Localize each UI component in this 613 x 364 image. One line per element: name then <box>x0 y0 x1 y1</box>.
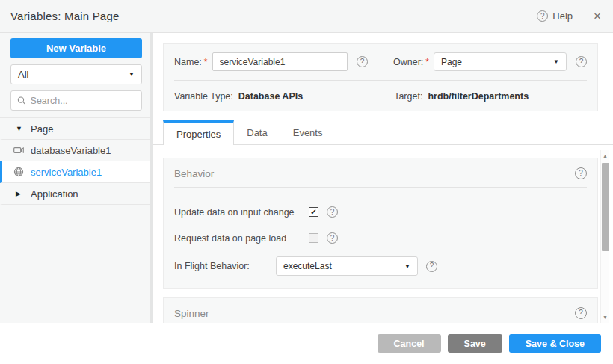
prop-row-in-flight: In Flight Behavior: executeLast ▼ ? <box>174 256 587 276</box>
tree-group-label: Application <box>31 188 78 200</box>
variable-search[interactable] <box>10 90 142 111</box>
help-label[interactable]: Help <box>552 10 573 22</box>
required-marker: * <box>425 57 429 67</box>
save-and-close-button[interactable]: Save & Close <box>509 334 601 353</box>
help-icon[interactable]: ? <box>575 167 587 179</box>
help-icon[interactable]: ? <box>576 56 587 67</box>
prop-label: In Flight Behavior: <box>174 261 276 271</box>
caret-down-icon[interactable]: ▼ <box>16 125 24 132</box>
prop-label: Request data on page load <box>174 233 309 244</box>
properties-scroll-area: Behavior ? Update data on input change ? <box>153 150 613 323</box>
chevron-down-icon: ▼ <box>129 71 135 78</box>
target-value: hrdb/filterDepartments <box>428 91 529 102</box>
variable-name-input[interactable] <box>212 52 348 71</box>
variable-type-value: Database APIs <box>238 91 303 102</box>
scrollbar[interactable]: ▲ ▼ <box>600 150 609 323</box>
in-flight-behavior-value: executeLast <box>283 261 332 271</box>
help-icon[interactable]: ? <box>327 206 338 218</box>
cancel-button[interactable]: Cancel <box>378 334 441 353</box>
dialog-title: Variables: Main Page <box>10 10 119 22</box>
service-variable-icon <box>13 167 24 177</box>
tree-group-label: Page <box>31 123 53 135</box>
variables-sidebar: New Variable All ▼ ▼ Page <box>0 33 153 323</box>
behavior-section: Behavior ? Update data on input change ? <box>163 158 598 289</box>
tree-group-page[interactable]: ▼ Page <box>0 118 150 140</box>
scroll-up-icon[interactable]: ▲ <box>603 150 608 161</box>
target-label: Target: <box>394 91 422 102</box>
tree-item-servicevariable1[interactable]: serviceVariable1 <box>0 161 150 183</box>
help-icon[interactable]: ? <box>357 56 368 67</box>
help-button[interactable]: ? Help <box>537 10 573 22</box>
save-button[interactable]: Save <box>448 334 502 353</box>
scrollbar-thumb[interactable] <box>602 163 609 251</box>
variable-type-label: Variable Type: <box>174 91 233 102</box>
variable-info-panel: Name: * ? Owner: * Page ▼ ? <box>163 43 598 111</box>
help-icon[interactable]: ? <box>537 10 548 22</box>
prop-row-request-data: Request data on page load ? <box>174 230 587 246</box>
chevron-down-icon: ▼ <box>553 58 559 65</box>
prop-label: Update data on input change <box>174 207 309 218</box>
owner-label: Owner: <box>393 57 423 67</box>
owner-select[interactable]: Page ▼ <box>434 52 567 71</box>
tab-properties[interactable]: Properties <box>163 120 234 145</box>
variable-meta-row: Variable Type: Database APIs Target: hrd… <box>174 91 587 102</box>
variable-filter-select[interactable]: All ▼ <box>10 64 142 84</box>
new-variable-button[interactable]: New Variable <box>10 38 142 58</box>
variable-editor: Name: * ? Owner: * Page ▼ ? <box>153 33 613 323</box>
close-icon[interactable]: × <box>594 10 601 22</box>
dialog-footer: Cancel Save Save & Close <box>0 323 613 364</box>
variables-dialog: Variables: Main Page ? Help × New Variab… <box>0 0 613 364</box>
panel-divider <box>174 80 587 81</box>
request-data-checkbox[interactable] <box>309 233 318 243</box>
title-bar: Variables: Main Page ? Help × <box>0 0 613 33</box>
scroll-down-icon[interactable]: ▼ <box>603 312 608 323</box>
tree-group-application[interactable]: ▶ Application <box>0 183 150 205</box>
variables-tree: ▼ Page databaseVariable1 <box>0 117 150 205</box>
tree-item-databasevariable1[interactable]: databaseVariable1 <box>0 140 150 161</box>
spinner-title: Spinner <box>174 308 209 319</box>
behavior-body: Update data on input change ? Request da… <box>164 188 597 288</box>
update-data-checkbox[interactable] <box>309 207 318 217</box>
tab-data[interactable]: Data <box>234 120 280 145</box>
owner-block: Owner: * Page ▼ ? <box>393 52 587 71</box>
owner-value: Page <box>441 57 462 67</box>
variable-filter-value: All <box>18 69 28 80</box>
spinner-section: Spinner ? <box>163 297 598 323</box>
in-flight-behavior-select[interactable]: executeLast ▼ <box>276 256 418 276</box>
behavior-header: Behavior ? <box>164 158 597 187</box>
sidebar-controls: New Variable All ▼ <box>0 33 150 111</box>
required-marker: * <box>204 57 208 67</box>
chevron-down-icon: ▼ <box>404 263 410 270</box>
name-owner-row: Name: * ? Owner: * Page ▼ ? <box>174 52 587 71</box>
tree-item-label: serviceVariable1 <box>31 167 102 178</box>
behavior-title: Behavior <box>174 168 214 179</box>
properties-content: Behavior ? Update data on input change ? <box>153 150 613 323</box>
tab-events[interactable]: Events <box>280 120 336 145</box>
caret-right-icon[interactable]: ▶ <box>16 190 24 197</box>
editor-tabs: Properties Data Events <box>163 120 613 145</box>
spinner-header: Spinner ? <box>164 298 597 323</box>
name-label: Name: <box>174 57 202 67</box>
dialog-body: New Variable All ▼ ▼ Page <box>0 33 613 323</box>
tree-item-label: databaseVariable1 <box>31 145 111 156</box>
search-icon <box>17 96 26 105</box>
help-icon[interactable]: ? <box>327 232 338 244</box>
help-icon[interactable]: ? <box>426 261 437 272</box>
prop-row-update-data: Update data on input change ? <box>174 204 587 220</box>
help-icon[interactable]: ? <box>575 307 587 319</box>
database-variable-icon <box>13 146 24 155</box>
search-input[interactable] <box>31 96 135 106</box>
